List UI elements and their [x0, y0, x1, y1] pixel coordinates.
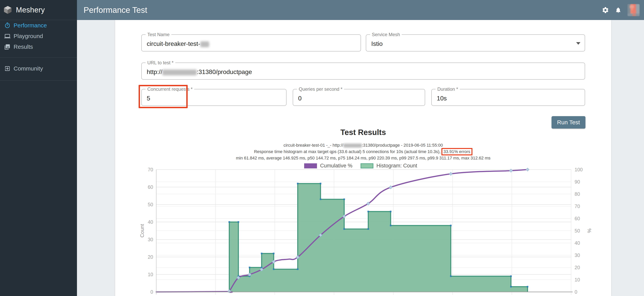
sidebar-item-label: Playground: [14, 33, 43, 39]
service-mesh-value: Istio: [371, 40, 383, 47]
url-label: URL to test *: [146, 60, 175, 65]
sidebar-item-performance[interactable]: Performance: [0, 20, 77, 31]
summary-line-2: Response time histogram at max target qp…: [115, 148, 611, 155]
service-mesh-label: Service Mesh: [370, 32, 402, 37]
meshery-logo-icon: [3, 6, 12, 14]
brand-row[interactable]: Meshery: [0, 0, 77, 20]
svg-text:60: 60: [574, 216, 580, 221]
svg-text:%: %: [586, 228, 592, 233]
summary-line-1: circuit-breaker-test-01 -_- http://:3138…: [115, 142, 611, 148]
queries-per-second-field[interactable]: Queries per second * 0: [293, 89, 425, 106]
svg-text:100: 100: [574, 168, 583, 172]
test-name-value: circuit-breaker-test-: [147, 40, 209, 47]
svg-text:0: 0: [150, 289, 153, 295]
redacted-text: [200, 41, 209, 47]
timer-icon: [4, 22, 10, 29]
summary-line-3: min 61.842 ms, average 146.925 ms, p50 1…: [115, 155, 611, 161]
svg-text:30: 30: [148, 237, 153, 242]
duration-label: Duration *: [436, 86, 460, 92]
brand-name: Meshery: [16, 6, 45, 14]
run-test-button[interactable]: Run Test: [552, 116, 586, 128]
results-icon: [4, 44, 10, 50]
app-header: Performance Test: [77, 0, 644, 20]
test-results-summary: circuit-breaker-test-01 -_- http://:3138…: [115, 142, 611, 161]
svg-text:Count: Count: [139, 224, 145, 238]
service-mesh-select[interactable]: Service Mesh Istio: [366, 34, 585, 52]
sidebar-item-results[interactable]: Results: [0, 41, 77, 52]
svg-text:20: 20: [148, 254, 153, 260]
svg-text:10: 10: [574, 277, 580, 282]
exit-icon: [4, 65, 10, 72]
redacted-text: [162, 69, 197, 75]
url-value: http://:31380/productpage: [147, 68, 252, 76]
sidebar-item-label: Community: [14, 65, 43, 72]
svg-text:40: 40: [148, 219, 153, 225]
test-results-title: Test Results: [115, 128, 611, 137]
sidebar-item-community[interactable]: Community: [0, 63, 77, 74]
performance-test-card: Test Name circuit-breaker-test- Service …: [115, 20, 611, 296]
sidebar-divider: [0, 57, 77, 58]
svg-text:50: 50: [148, 202, 153, 207]
svg-text:10: 10: [148, 272, 153, 277]
annotation-box-errors: 33.91% errors: [442, 148, 472, 155]
test-name-label: Test Name: [146, 32, 171, 37]
concurrent-requests-field[interactable]: Concurrent requests * 5: [141, 89, 286, 106]
svg-text:70: 70: [148, 168, 153, 172]
chevron-down-icon[interactable]: [576, 42, 580, 45]
sidebar: Meshery Performance Playground Results: [0, 0, 77, 296]
svg-text:70: 70: [574, 204, 580, 209]
settings-gear-icon[interactable]: [602, 7, 609, 14]
sidebar-divider: [0, 80, 77, 81]
latency-histogram-chart: 0102030405060700102030405060708090100Cou…: [115, 168, 611, 296]
page-title: Performance Test: [84, 6, 147, 15]
svg-text:80: 80: [574, 191, 580, 197]
test-name-field[interactable]: Test Name circuit-breaker-test-: [141, 34, 361, 52]
svg-text:90: 90: [574, 179, 580, 185]
duration-field[interactable]: Duration * 10s: [431, 89, 585, 106]
sidebar-item-label: Performance: [14, 22, 47, 29]
duration-value: 10s: [437, 95, 447, 102]
svg-text:50: 50: [574, 228, 580, 233]
concurrent-requests-value: 5: [147, 95, 150, 102]
sidebar-item-label: Results: [14, 44, 33, 50]
concurrent-requests-label: Concurrent requests *: [146, 86, 194, 92]
notifications-bell-icon[interactable]: [615, 7, 622, 14]
user-avatar[interactable]: [627, 4, 640, 16]
laptop-icon: [4, 33, 10, 39]
sidebar-item-playground[interactable]: Playground: [0, 31, 77, 41]
svg-text:30: 30: [574, 252, 580, 258]
queries-per-second-label: Queries per second *: [297, 86, 344, 92]
svg-text:20: 20: [574, 265, 580, 270]
queries-per-second-value: 0: [298, 95, 302, 102]
redacted-text: [343, 143, 362, 147]
svg-text:60: 60: [148, 184, 153, 190]
url-to-test-field[interactable]: URL to test * http://:31380/productpage: [141, 63, 585, 80]
svg-text:40: 40: [574, 240, 580, 246]
page-content: Test Name circuit-breaker-test- Service …: [77, 20, 644, 296]
meshery-app: Meshery Performance Playground Results: [0, 0, 644, 296]
svg-text:0: 0: [574, 289, 577, 295]
